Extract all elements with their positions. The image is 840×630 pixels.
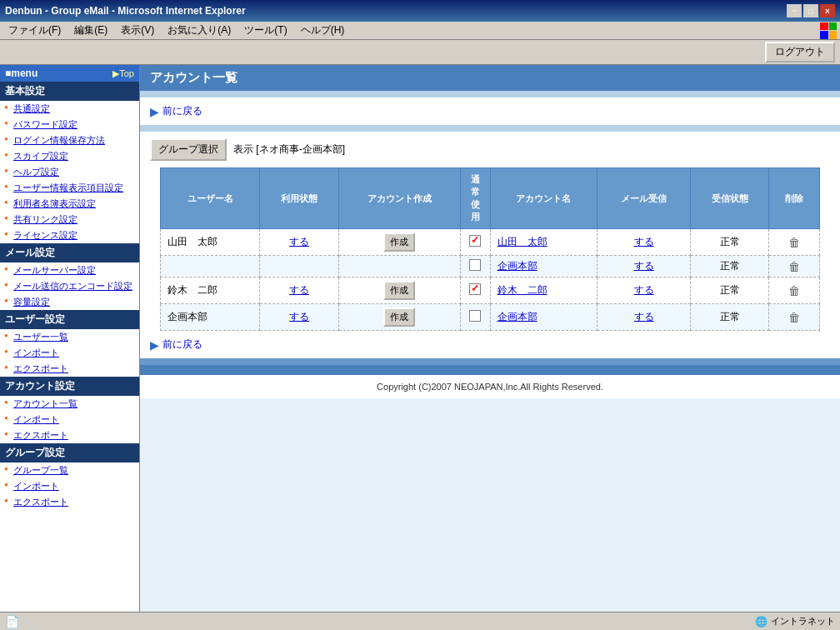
toolbar-right: ログアウト xyxy=(765,42,835,62)
mail-receive-link[interactable]: する xyxy=(634,260,654,272)
table-row: 鈴木 二郎 する 作成 鈴木 二郎 する 正常 🗑 xyxy=(161,278,820,304)
menu-favorites[interactable]: お気に入り(A) xyxy=(162,22,236,39)
delete-icon[interactable]: 🗑 xyxy=(788,236,800,249)
create-button[interactable]: 作成 xyxy=(383,232,415,252)
delete-icon[interactable]: 🗑 xyxy=(788,311,800,324)
status-link[interactable]: する xyxy=(289,236,309,248)
sidebar-link-account-import[interactable]: インポート xyxy=(0,412,139,428)
normal-use-checkbox[interactable] xyxy=(469,259,481,271)
menu-view[interactable]: 表示(V) xyxy=(116,22,159,39)
sidebar-link-account-list[interactable]: アカウント一覧 xyxy=(0,396,139,412)
maximize-button[interactable]: □ xyxy=(803,4,818,18)
th-receive-status: 受信状態 xyxy=(690,168,769,229)
cell-create: 作成 xyxy=(338,229,460,256)
cell-status: する xyxy=(260,278,339,304)
cell-delete: 🗑 xyxy=(769,256,820,278)
mail-receive-link[interactable]: する xyxy=(634,311,654,322)
menu-file[interactable]: ファイル(F) xyxy=(3,22,66,39)
content-area: アカウント一覧 ▶ 前に戻る グループ選択 表示 [ネオ商事-企画本部] xyxy=(140,65,840,612)
menu-bar: ファイル(F) 編集(E) 表示(V) お気に入り(A) ツール(T) ヘルプ(… xyxy=(0,22,840,40)
sidebar-link-account-export[interactable]: エクスポート xyxy=(0,428,139,443)
sidebar-link-group-export[interactable]: エクスポート xyxy=(0,494,139,510)
back-arrow-icon: ▶ xyxy=(150,105,159,118)
account-name-link[interactable]: 企画本部 xyxy=(498,311,538,322)
sidebar-link-help[interactable]: ヘルプ設定 xyxy=(0,164,139,180)
th-delete: 削除 xyxy=(769,168,820,229)
copyright-text: Copyright (C)2007 NEOJAPAN,Inc.All Right… xyxy=(140,375,840,398)
cell-create: 作成 xyxy=(338,304,460,331)
back-link-bottom-label: 前に戻る xyxy=(162,338,202,352)
delete-icon[interactable]: 🗑 xyxy=(788,260,800,273)
delete-icon[interactable]: 🗑 xyxy=(788,284,800,298)
status-link[interactable]: する xyxy=(289,311,309,322)
cell-status: する xyxy=(260,229,339,256)
sidebar-link-userinfo[interactable]: ユーザー情報表示項目設定 xyxy=(0,180,139,196)
sidebar-link-common[interactable]: 共通設定 xyxy=(0,101,139,117)
status-left: 📄 xyxy=(5,615,19,628)
mail-receive-link[interactable]: する xyxy=(634,284,654,296)
content-body: ▶ 前に戻る グループ選択 表示 [ネオ商事-企画本部] ユーザー名 利用状態 xyxy=(140,98,840,398)
sidebar-link-login-save[interactable]: ログイン情報保存方法 xyxy=(0,132,139,148)
cell-account: 鈴木 二郎 xyxy=(490,278,598,304)
page-title: アカウント一覧 xyxy=(150,70,238,84)
sidebar-link-shared-links[interactable]: 共有リンク設定 xyxy=(0,212,139,228)
receive-status-text: 正常 xyxy=(720,260,740,272)
menu-help[interactable]: ヘルプ(H) xyxy=(296,22,350,39)
create-button[interactable]: 作成 xyxy=(383,308,415,327)
th-account-name: アカウント名 xyxy=(490,168,598,229)
sidebar-link-user-export[interactable]: エクスポート xyxy=(0,361,139,377)
cell-create: 作成 xyxy=(338,278,460,304)
normal-use-checkbox[interactable] xyxy=(469,310,481,322)
group-select-button[interactable]: グループ選択 xyxy=(150,138,227,161)
table-wrapper: ユーザー名 利用状態 アカウント作成 通常使用 アカウント名 メール受信 受信状… xyxy=(140,168,840,331)
sidebar-link-skype[interactable]: スカイプ設定 xyxy=(0,148,139,164)
account-name-link[interactable]: 企画本部 xyxy=(498,260,538,272)
account-table: ユーザー名 利用状態 アカウント作成 通常使用 アカウント名 メール受信 受信状… xyxy=(160,168,820,331)
create-button[interactable]: 作成 xyxy=(383,281,415,300)
th-create: アカウント作成 xyxy=(338,168,460,229)
cell-mail: する xyxy=(598,278,691,304)
normal-use-checkbox[interactable] xyxy=(469,235,481,247)
windows-logo xyxy=(820,22,837,39)
cell-username: 山田 太郎 xyxy=(161,229,260,256)
sidebar-link-user-import[interactable]: インポート xyxy=(0,345,139,361)
cell-receive-status: 正常 xyxy=(690,256,769,278)
toolbar: ログアウト xyxy=(0,40,840,65)
back-link-top[interactable]: ▶ 前に戻る xyxy=(150,104,830,118)
sidebar-link-user-list[interactable]: ユーザー一覧 xyxy=(0,329,139,345)
logout-button[interactable]: ログアウト xyxy=(765,42,835,62)
cell-mail: する xyxy=(598,229,691,256)
normal-use-checkbox[interactable] xyxy=(469,283,481,295)
sidebar-link-capacity[interactable]: 容量設定 xyxy=(0,294,139,310)
cell-create xyxy=(338,256,460,278)
cell-username: 企画本部 xyxy=(161,304,260,331)
cell-account: 企画本部 xyxy=(490,256,598,278)
sidebar-link-mail-encode[interactable]: メール送信のエンコード設定 xyxy=(0,278,139,294)
th-normal-use: 通常使用 xyxy=(460,168,490,229)
back-link-bottom[interactable]: ▶ 前に戻る xyxy=(150,338,830,352)
minimize-button[interactable]: － xyxy=(787,4,802,18)
sidebar-link-group-list[interactable]: グループ一覧 xyxy=(0,462,139,478)
sidebar-link-license[interactable]: ライセンス設定 xyxy=(0,228,139,243)
close-button[interactable]: × xyxy=(820,4,835,18)
sidebar-link-password[interactable]: パスワード設定 xyxy=(0,117,139,132)
menu-tools[interactable]: ツール(T) xyxy=(239,22,292,39)
receive-status-text: 正常 xyxy=(720,311,740,322)
sidebar-link-username-display[interactable]: 利用者名簿表示設定 xyxy=(0,196,139,212)
cell-mail: する xyxy=(598,304,691,331)
account-name-link[interactable]: 山田 太郎 xyxy=(498,236,548,248)
th-username: ユーザー名 xyxy=(161,168,260,229)
sidebar-top-link[interactable]: ▶Top xyxy=(112,68,134,79)
status-right: 🌐 イントラネット xyxy=(755,615,835,628)
sidebar-link-group-import[interactable]: インポート xyxy=(0,478,139,494)
menu-edit[interactable]: 編集(E) xyxy=(69,22,112,39)
intranet-label: イントラネット xyxy=(771,615,835,628)
receive-status-text: 正常 xyxy=(720,284,740,296)
section-title-basic: 基本設定 xyxy=(0,82,139,101)
sidebar-link-mailserver[interactable]: メールサーバー設定 xyxy=(0,262,139,278)
back-link-top-row: ▶ 前に戻る xyxy=(140,98,840,125)
cell-receive-status: 正常 xyxy=(690,278,769,304)
status-link[interactable]: する xyxy=(289,284,309,296)
mail-receive-link[interactable]: する xyxy=(634,236,654,248)
account-name-link[interactable]: 鈴木 二郎 xyxy=(498,284,548,296)
